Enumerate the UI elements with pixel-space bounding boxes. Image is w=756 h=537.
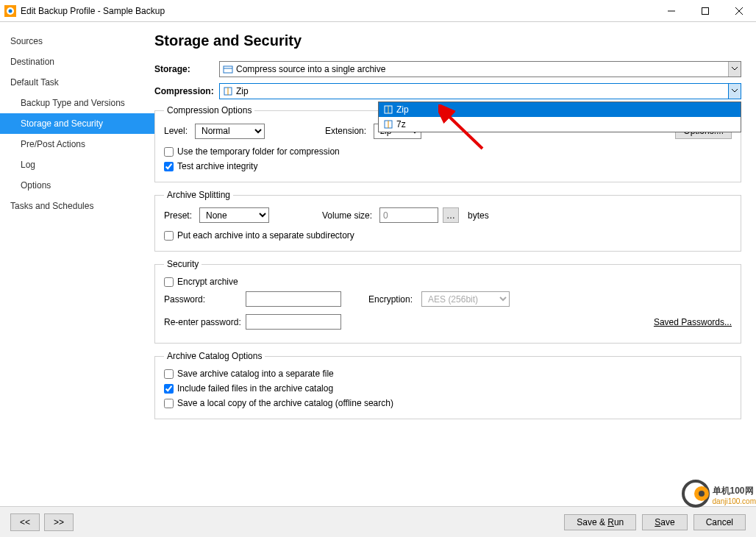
app-icon — [4, 5, 16, 17]
save-catalog-separate-checkbox[interactable]: Save archive catalog into a separate fil… — [164, 369, 732, 379]
svg-point-2 — [9, 9, 13, 13]
catalog-options-group: Archive Catalog Options Save archive cat… — [154, 351, 741, 419]
sidebar-item-log[interactable]: Log — [0, 154, 154, 175]
chevron-down-icon — [728, 62, 741, 77]
preset-label: Preset: — [164, 210, 192, 221]
reenter-password-input[interactable] — [246, 314, 341, 330]
extension-label: Extension: — [325, 126, 366, 136]
next-button[interactable]: >> — [44, 513, 74, 531]
compression-label: Compression: — [154, 86, 219, 96]
sidebar-item-storage-security[interactable]: Storage and Security — [0, 113, 154, 134]
sidebar: Sources Destination Default Task Backup … — [0, 22, 154, 506]
archive-splitting-group: Archive Splitting Preset: None Volume si… — [154, 190, 741, 252]
preset-select[interactable]: None — [199, 207, 269, 223]
catalog-options-legend: Archive Catalog Options — [164, 351, 265, 361]
reenter-password-label: Re-enter password: — [164, 317, 241, 327]
sidebar-item-backup-type[interactable]: Backup Type and Versions — [0, 93, 154, 113]
compression-combo[interactable]: Zip — [219, 83, 741, 99]
compression-dropdown: Zip 7z — [378, 102, 741, 132]
titlebar: Edit Backup Profile - Sample Backup — [0, 0, 756, 22]
sidebar-item-options[interactable]: Options — [0, 175, 154, 196]
volume-size-input[interactable] — [379, 207, 438, 223]
local-copy-checkbox[interactable]: Save a local copy of the archive catalog… — [164, 398, 732, 408]
window-title: Edit Backup Profile - Sample Backup — [21, 6, 655, 16]
svg-rect-4 — [702, 7, 709, 14]
temp-folder-checkbox[interactable]: Use the temporary folder for compression — [164, 146, 732, 157]
password-label: Password: — [164, 294, 241, 305]
compression-option-zip[interactable]: Zip — [379, 102, 741, 117]
archive-splitting-legend: Archive Splitting — [164, 190, 233, 200]
save-and-run-button[interactable]: Save & Run — [564, 514, 636, 530]
prev-button[interactable]: << — [10, 513, 40, 531]
separate-subdir-checkbox[interactable]: Put each archive into a separate subdire… — [164, 230, 732, 241]
zip-icon — [383, 104, 393, 115]
security-legend: Security — [164, 259, 202, 269]
storage-value: Compress source into a single archive — [236, 64, 385, 74]
zip-icon — [223, 86, 233, 96]
volume-browse-button[interactable]: … — [443, 207, 459, 223]
main-panel: Storage and Security Storage: Compress s… — [154, 22, 756, 506]
test-integrity-checkbox[interactable]: Test archive integrity — [164, 161, 732, 171]
svg-rect-7 — [224, 66, 232, 73]
cancel-button[interactable]: Cancel — [693, 514, 746, 530]
volume-size-label: Volume size: — [322, 210, 372, 221]
sidebar-item-tasks-schedules[interactable]: Tasks and Schedules — [0, 196, 154, 216]
saved-passwords-link[interactable]: Saved Passwords... — [654, 317, 732, 327]
save-button[interactable]: Save — [642, 514, 687, 530]
encrypt-archive-checkbox[interactable]: Encrypt archive — [164, 277, 732, 287]
password-input[interactable] — [246, 291, 341, 307]
compression-options-legend: Compression Options — [164, 105, 254, 115]
close-button[interactable] — [722, 0, 756, 22]
storage-combo[interactable]: Compress source into a single archive — [219, 61, 741, 77]
volume-unit: bytes — [468, 210, 489, 221]
7z-icon — [383, 119, 393, 129]
include-failed-checkbox[interactable]: Include failed files in the archive cata… — [164, 383, 732, 394]
buttons-bar: << >> Save & Run Save Cancel — [0, 506, 756, 537]
sidebar-item-destination[interactable]: Destination — [0, 51, 154, 72]
sidebar-item-sources[interactable]: Sources — [0, 31, 154, 51]
storage-label: Storage: — [154, 64, 219, 74]
sidebar-item-default-task[interactable]: Default Task — [0, 72, 154, 93]
security-group: Security Encrypt archive Password: Encry… — [154, 259, 741, 344]
sidebar-item-pre-post[interactable]: Pre/Post Actions — [0, 134, 154, 154]
level-label: Level: — [164, 126, 188, 136]
chevron-down-icon — [728, 84, 741, 99]
maximize-button[interactable] — [688, 0, 722, 22]
archive-icon — [223, 64, 233, 74]
encryption-label: Encryption: — [368, 294, 413, 305]
compression-option-7z[interactable]: 7z — [379, 117, 741, 132]
page-title: Storage and Security — [154, 32, 741, 49]
level-select[interactable]: Normal — [195, 124, 265, 139]
compression-value: Zip — [236, 86, 249, 96]
encryption-select[interactable]: AES (256bit) — [421, 291, 510, 307]
minimize-button[interactable] — [655, 0, 688, 22]
